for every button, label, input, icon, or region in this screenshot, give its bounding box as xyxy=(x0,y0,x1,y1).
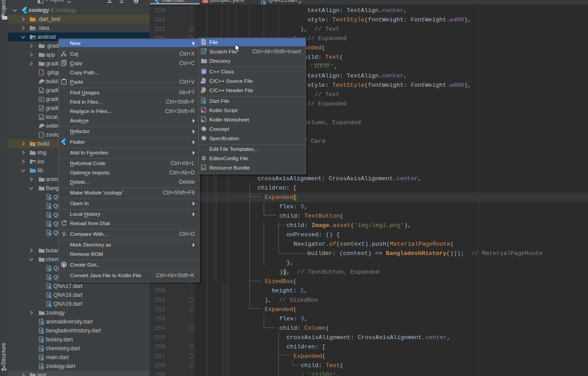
svg-text:C++: C++ xyxy=(200,81,205,84)
svg-text:H: H xyxy=(201,90,203,93)
svg-text:YML: YML xyxy=(203,0,208,3)
svg-text:S: S xyxy=(202,69,205,74)
